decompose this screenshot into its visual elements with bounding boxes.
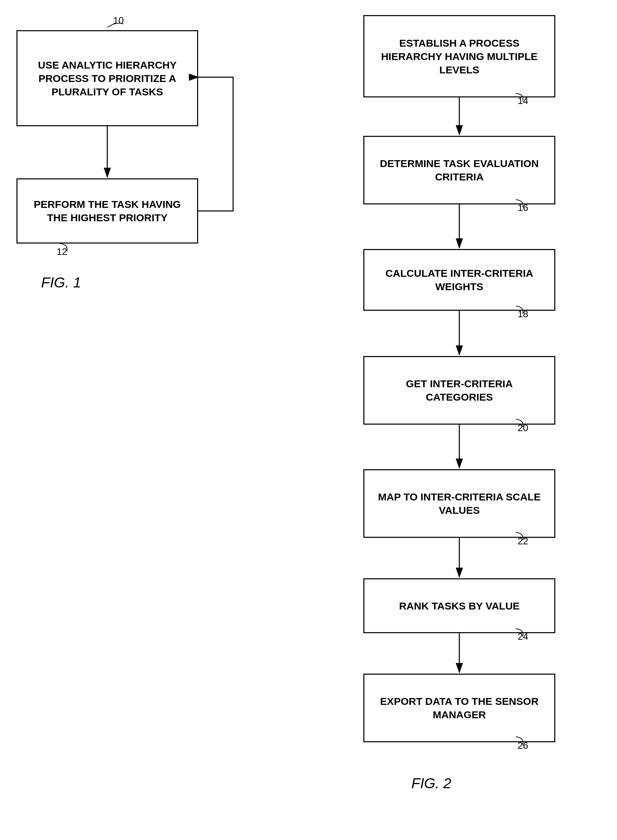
ref-label-22: 22: [518, 536, 528, 547]
fig2-caption: FIG. 2: [411, 775, 452, 792]
fig2-box-20: GET INTER-CRITERIA CATEGORIES: [363, 356, 555, 424]
ref-label-20: 20: [518, 423, 528, 433]
ref-label-18: 18: [518, 309, 528, 320]
fig2-box-16: DETERMINE TASK EVALUATION CRITERIA: [363, 136, 555, 204]
ref-label-26: 26: [518, 740, 528, 751]
fig2-box-22: MAP TO INTER-CRITERIA SCALE VALUES: [363, 469, 555, 538]
ref-label-16: 16: [518, 203, 528, 213]
fig2-box-24: RANK TASKS BY VALUE: [363, 578, 555, 633]
ref-label-24: 24: [518, 631, 528, 642]
fig1-caption: FIG. 1: [41, 274, 81, 291]
ref-label-10: 10: [113, 15, 124, 26]
ref-label-14: 14: [518, 95, 528, 106]
fig1-feedback-arrow: [198, 77, 233, 211]
diagram-container: 10 USE ANALYTIC HIERARCHY PROCESS TO PRI…: [0, 0, 617, 840]
fig1-box-top: USE ANALYTIC HIERARCHY PROCESS TO PRIORI…: [16, 30, 198, 126]
fig1-box-bottom: PERFORM THE TASK HAVING THE HIGHEST PRIO…: [16, 178, 198, 244]
ref-label-12: 12: [56, 246, 67, 257]
fig2-box-26: EXPORT DATA TO THE SENSOR MANAGER: [363, 674, 555, 742]
fig2-box-14: ESTABLISH A PROCESS HIERARCHY HAVING MUL…: [363, 15, 555, 98]
fig2-box-18: CALCULATE INTER-CRITERIA WEIGHTS: [363, 249, 555, 311]
